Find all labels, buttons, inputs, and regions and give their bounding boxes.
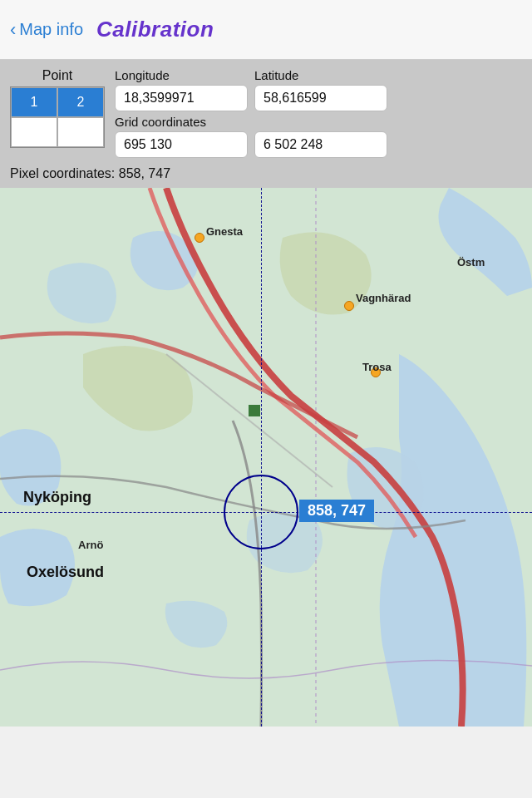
longitude-input[interactable] [115,85,248,111]
latitude-input[interactable] [254,85,387,111]
place-vagnharad: Vagnhärad [356,292,411,304]
coord-fields: Longitude Latitude Grid coordinates [115,68,522,158]
chevron-left-icon: ‹ [10,21,16,39]
point-cell-4[interactable] [57,117,104,147]
back-label: Map info [19,20,83,39]
map-square-marker [249,405,260,416]
map-point-vagnharad [344,301,354,311]
top-row: Point 1 2 Longitude Latitude [10,68,522,158]
latitude-group: Latitude [254,68,387,111]
control-panel: Point 1 2 Longitude Latitude [0,60,532,163]
map-point-gnesta [195,233,204,243]
longitude-label: Longitude [115,68,248,82]
map-coord-label: 858, 747 [299,500,374,522]
grid-coords-group: Grid coordinates [115,115,522,158]
point-cell-1[interactable]: 1 [11,87,57,117]
grid-coords-label: Grid coordinates [115,115,522,129]
point-cell-2[interactable]: 2 [57,87,104,117]
header: ‹ Map info Calibration [0,0,532,60]
pixel-coords-value: 858, 747 [119,166,170,180]
place-ostm: Östm [457,256,485,268]
crosshair-circle [224,475,298,549]
latitude-label: Latitude [254,68,387,82]
point-label: Point [42,68,72,83]
longitude-group: Longitude [115,68,248,111]
lon-lat-row: Longitude Latitude [115,68,522,111]
grid-x-input[interactable] [115,131,248,158]
pixel-coords-label: Pixel coordinates: [10,166,115,180]
page-title: Calibration [96,17,214,42]
grid-y-input[interactable] [254,131,387,158]
point-grid: 1 2 [10,86,105,148]
place-trosa: Trosa [362,361,392,373]
point-cell-3[interactable] [11,117,57,147]
place-oxelosund: Oxelösund [27,564,104,581]
back-button[interactable]: ‹ Map info [10,20,83,39]
grid-inputs-row [115,131,522,158]
crosshair-vertical [261,188,262,727]
pixel-coords-bar: Pixel coordinates: 858, 747 [0,163,532,188]
place-nykoping: Nyköping [23,489,91,506]
place-gnesta: Gnesta [206,225,243,238]
point-selector: Point 1 2 [10,68,105,148]
map-background [0,188,532,727]
place-arno: Arnö [78,539,103,551]
map-area[interactable]: Gnesta Vagnhärad Östm Trosa Nyköping Arn… [0,188,532,727]
